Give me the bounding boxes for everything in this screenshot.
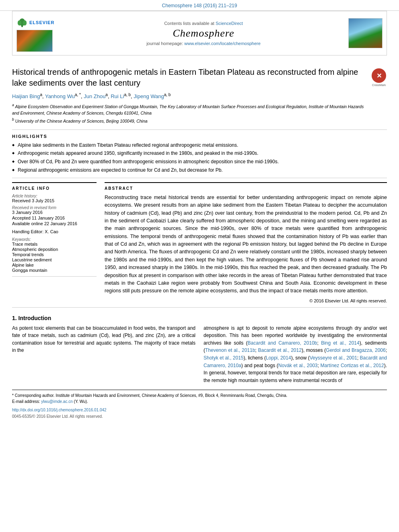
article-title-wrapper: Historical trends of anthropogenic metal… xyxy=(12,67,367,125)
received-1: Received 3 July 2015 xyxy=(12,198,97,203)
divider-2 xyxy=(12,178,387,178)
affiliation-a: a Alpine Ecosystem Observation and Exper… xyxy=(12,103,367,116)
ref-gerdol-2006[interactable]: Gerdol and Bragazza, 2006 xyxy=(326,347,385,353)
ref-thevenon-2011b[interactable]: Thevenon et al., 2011b xyxy=(205,347,255,353)
author-jipeng[interactable]: Jipeng Wang xyxy=(134,93,164,99)
ref-novak-2003[interactable]: Novák et al., 2003 xyxy=(278,363,318,368)
ref-loppi-2014[interactable]: Loppi, 2014 xyxy=(266,355,291,361)
keywords-title: Keywords: xyxy=(12,237,97,242)
homepage-line: journal homepage: www.elsevier.com/locat… xyxy=(69,41,338,46)
left-column: ARTICLE INFO Article history: Received 3… xyxy=(12,182,97,303)
ref-bacardit-2010b[interactable]: Bacardit and Camarero, 2010b xyxy=(248,340,317,346)
email-person: (Y. Wu). xyxy=(74,399,88,404)
keywords-section: Keywords: Trace metals Atmospheric depos… xyxy=(12,237,97,273)
keyword-5: Alpine lake xyxy=(12,263,97,267)
authors-line: Haijian Binga, Yanhong Wua, *, Jun Zhoua… xyxy=(12,92,367,99)
affiliation-b: b University of the Chinese Academy of S… xyxy=(12,117,367,124)
divider-3 xyxy=(12,307,387,308)
sciencedirect-link[interactable]: ScienceDirect xyxy=(216,21,243,26)
ref-veysseyre-2001[interactable]: Veysseyre et al., 2001 xyxy=(310,355,357,361)
article-info-heading: ARTICLE INFO xyxy=(12,186,97,191)
received-2: 3 January 2016 xyxy=(12,210,97,215)
svg-point-3 xyxy=(23,20,27,25)
abstract-text: Reconstructing trace metal historical tr… xyxy=(105,194,387,295)
abstract-heading: ABSTRACT xyxy=(105,186,387,191)
journal-cover-image xyxy=(16,30,53,52)
journal-header-center: Contents lists available at ScienceDirec… xyxy=(65,21,342,46)
copyright-line: © 2016 Elsevier Ltd. All rights reserved… xyxy=(105,298,387,303)
intro-text-2: atmosphere is apt to deposit to remote a… xyxy=(204,325,387,384)
history-label: Article history: xyxy=(12,194,97,198)
journal-title: Chemosphere xyxy=(69,27,338,39)
article-title: Historical trends of anthropogenic metal… xyxy=(12,67,367,88)
received-revised-label: Received in revised form xyxy=(12,205,97,210)
keyword-4: Lacustrine sediment xyxy=(12,257,97,262)
ref-martinez-2012[interactable]: Martínez Cortizas et al., 2012 xyxy=(321,363,384,368)
keyword-3: Temporal trends xyxy=(12,252,97,257)
main-content: Historical trends of anthropogenic metal… xyxy=(0,55,399,427)
journal-header-left: ELSEVIER xyxy=(16,14,65,52)
keyword-6: Gongga mountain xyxy=(12,268,97,273)
highlights-section: HIGHLIGHTS Alpine lake sediments in the … xyxy=(12,134,387,174)
footnote-text: * Corresponding author. Institute of Mou… xyxy=(12,392,387,405)
doi-link[interactable]: http://dx.doi.org/10.1016/j.chemosphere.… xyxy=(12,408,387,412)
email-label: E-mail address: xyxy=(12,399,40,404)
highlight-item-4: Regional anthropogenic emissions are exp… xyxy=(12,167,387,174)
article-body: ARTICLE INFO Article history: Received 3… xyxy=(12,182,387,303)
article-title-section: Historical trends of anthropogenic metal… xyxy=(12,67,387,125)
journal-header-right xyxy=(342,18,383,48)
intro-section: 1. Introduction As potent toxic elements… xyxy=(12,315,387,384)
accepted-label: Accepted 11 January 2016 xyxy=(12,216,97,220)
article-info: ARTICLE INFO Article history: Received 3… xyxy=(12,182,97,277)
email-link[interactable]: ylwu@imde.ac.cn xyxy=(41,399,73,404)
highlight-item-1: Alpine lake sediments in the Eastern Tib… xyxy=(12,142,387,149)
ref-bacardit-2012[interactable]: Bacardit et al., 2012 xyxy=(258,347,302,353)
available-label: Available online 22 January 2016 xyxy=(12,221,97,226)
svg-point-2 xyxy=(18,20,21,25)
keyword-2: Atmospheric deposition xyxy=(12,247,97,252)
intro-columns: As potent toxic elements that can be bio… xyxy=(12,325,387,384)
right-column: ABSTRACT Reconstructing trace metal hist… xyxy=(105,182,387,303)
keyword-1: Trace metals xyxy=(12,242,97,246)
ref-shotyk-2015[interactable]: Shotyk et al., 2015 xyxy=(204,355,243,361)
affiliations: a Alpine Ecosystem Observation and Exper… xyxy=(12,103,367,124)
intro-text-1: As potent toxic elements that can be bio… xyxy=(12,325,195,354)
author-jun[interactable]: Jun Zhou xyxy=(84,93,105,99)
issn-copyright: 0045-6535/© 2016 Elsevier Ltd. All right… xyxy=(12,414,103,419)
contents-line: Contents lists available at ScienceDirec… xyxy=(69,21,338,26)
intro-col-2: atmosphere is apt to deposit to remote a… xyxy=(204,325,387,384)
crossmark-badge[interactable]: ✕ CrossMark xyxy=(371,68,387,84)
highlight-item-2: Anthropogenic metals appeared around 195… xyxy=(12,150,387,157)
author-yanhong[interactable]: Yanhong Wu xyxy=(45,93,75,99)
highlights-heading: HIGHLIGHTS xyxy=(12,134,387,139)
highlight-item-3: Over 80% of Cd, Pb and Zn were quantifie… xyxy=(12,158,387,165)
ref-bing-2014[interactable]: Bing et al., 2014 xyxy=(321,340,360,346)
author-rui[interactable]: Rui Li xyxy=(111,93,124,99)
intro-heading: 1. Introduction xyxy=(12,315,387,321)
journal-thumbnail xyxy=(348,18,383,48)
elsevier-tree-icon xyxy=(16,17,28,28)
footnote-section: * Corresponding author. Institute of Mou… xyxy=(12,390,387,419)
bottom-links: http://dx.doi.org/10.1016/j.chemosphere.… xyxy=(12,408,387,419)
homepage-url[interactable]: www.elsevier.com/locate/chemosphere xyxy=(184,41,261,46)
citation-link[interactable]: Chemosphere 148 (2016) 211–219 xyxy=(162,3,237,8)
abstract-section: ABSTRACT Reconstructing trace metal hist… xyxy=(105,182,387,303)
intro-col-1: As potent toxic elements that can be bio… xyxy=(12,325,195,384)
handling-editor: Handling Editor: X. Cao xyxy=(12,229,97,234)
top-bar: Chemosphere 148 (2016) 211–219 xyxy=(0,0,399,11)
author-haijian[interactable]: Haijian Bing xyxy=(12,93,40,99)
divider-1 xyxy=(12,129,387,130)
elsevier-label: ELSEVIER xyxy=(29,20,54,25)
journal-header: ELSEVIER Contents lists available at Sci… xyxy=(12,11,387,55)
